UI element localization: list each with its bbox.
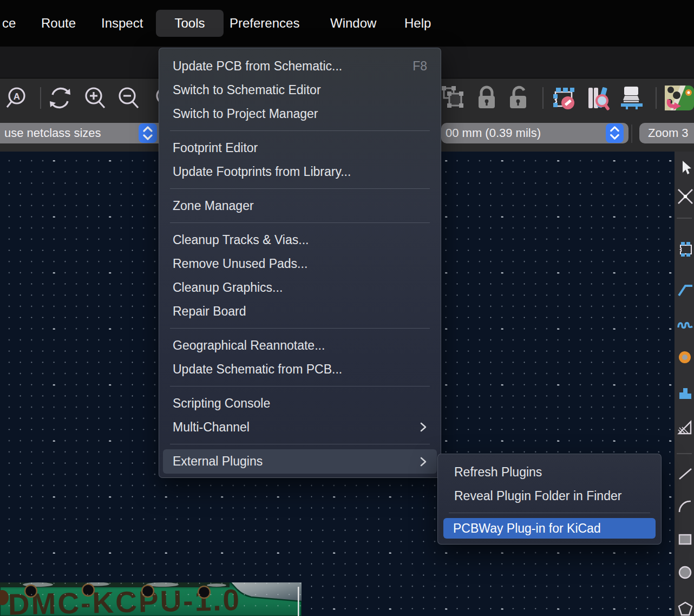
pcbway-route-icon[interactable] (665, 86, 694, 110)
tools-menu: Update PCB from Schematic... F8 Switch t… (159, 48, 441, 478)
highlight-net-icon[interactable] (677, 188, 693, 205)
menu-item-label: Switch to Project Manager (173, 107, 318, 121)
menu-separator (170, 188, 430, 189)
toolbar-separator (656, 87, 657, 109)
toolbar-separator (542, 87, 544, 109)
menu-item-label: Cleanup Graphics... (173, 280, 283, 295)
menu-item-update-schematic-from-pcb[interactable]: Update Schematic from PCB... (159, 357, 441, 381)
unlock-icon[interactable] (507, 86, 532, 110)
grid-size-value: 00 mm (0.39 mils) (446, 126, 541, 140)
menu-item-footprint-editor[interactable]: Footprint Editor (159, 136, 441, 160)
menu-item-switch-to-project-manager[interactable]: Switch to Project Manager (159, 102, 441, 126)
menu-item-label: Repair Board (173, 304, 246, 319)
pcb-reference-image: DMC-KCPU-1.0 (0, 582, 302, 616)
menu-item-label: Update Footprints from Library... (173, 165, 351, 179)
menu-item-cleanup-graphics[interactable]: Cleanup Graphics... (159, 276, 441, 299)
menu-item-label: Footprint Editor (173, 141, 258, 155)
menu-bar: ce Route Inspect Tools Preferences Windo… (0, 0, 694, 47)
menubar-item-tools[interactable]: Tools (156, 10, 224, 37)
menu-item-label: Refresh Plugins (454, 465, 542, 480)
menu-item-label: Multi-Channel (173, 420, 250, 435)
menu-item-label: Update Schematic from PCB... (173, 362, 342, 377)
submenu-item-reveal-plugin-folder[interactable]: Reveal Plugin Folder in Finder (438, 484, 661, 508)
menubar-item-window[interactable]: Window (330, 0, 376, 47)
lock-icon[interactable] (474, 86, 499, 110)
plot-icon[interactable] (620, 86, 645, 110)
route-track-icon[interactable] (677, 281, 693, 298)
footprint-editor-icon[interactable] (551, 86, 576, 110)
add-rule-area-icon[interactable] (677, 420, 693, 436)
menu-item-multi-channel[interactable]: Multi-Channel (159, 415, 441, 439)
toolbar-separator (677, 218, 692, 219)
submenu-item-refresh-plugins[interactable]: Refresh Plugins (438, 460, 661, 484)
group-items-icon[interactable] (441, 86, 466, 110)
menu-item-label: Scripting Console (173, 396, 270, 411)
menubar-item-place-partial[interactable]: ce (2, 0, 16, 47)
menu-item-label: Remove Unused Pads... (173, 257, 307, 271)
tune-length-icon[interactable] (677, 317, 693, 333)
menu-item-label: PCBWay Plug-in for KiCad (453, 521, 601, 536)
menu-item-external-plugins[interactable]: External Plugins (163, 449, 437, 474)
zoom-out-icon[interactable] (116, 86, 141, 110)
toolbar-separator (677, 453, 692, 454)
add-via-icon[interactable] (677, 349, 693, 365)
menu-separator (170, 444, 430, 444)
menubar-item-inspect[interactable]: Inspect (101, 0, 143, 47)
draw-arc-icon[interactable] (677, 498, 693, 514)
zoom-in-icon[interactable] (82, 86, 107, 110)
draw-polygon-icon[interactable] (677, 601, 693, 616)
track-width-stepper[interactable] (139, 123, 157, 143)
menubar-item-help[interactable]: Help (404, 0, 431, 47)
menu-separator (170, 222, 430, 223)
submenu-chevron-icon (420, 456, 427, 467)
menu-item-remove-unused-pads[interactable]: Remove Unused Pads... (159, 252, 441, 276)
draw-line-icon[interactable] (677, 466, 693, 482)
menu-item-label: External Plugins (173, 454, 263, 469)
menu-separator (170, 386, 430, 386)
external-plugins-submenu: Refresh Plugins Reveal Plugin Folder in … (437, 454, 662, 545)
menu-item-update-pcb-from-schematic[interactable]: Update PCB from Schematic... F8 (159, 54, 441, 78)
shortcut-label: F8 (413, 59, 427, 74)
menu-item-zone-manager[interactable]: Zone Manager (159, 194, 441, 218)
svg-text:A: A (14, 91, 20, 102)
zoom-level-value: Zoom 3 (648, 126, 689, 140)
draw-rectangle-icon[interactable] (677, 532, 693, 548)
menu-item-label: Reveal Plugin Folder in Finder (454, 489, 621, 503)
zoom-level-dropdown[interactable]: Zoom 3 (639, 123, 694, 143)
grid-size-stepper[interactable] (606, 123, 624, 143)
menubar-item-preferences[interactable]: Preferences (230, 0, 299, 47)
kicad-pcb-editor-window: ce Route Inspect Tools Preferences Windo… (0, 0, 694, 616)
submenu-item-pcbway-plugin[interactable]: PCBWay Plug-in for KiCad (443, 518, 656, 539)
footprint-library-browser-icon[interactable] (587, 86, 612, 110)
submenu-chevron-icon (420, 422, 427, 432)
draw-circle-icon[interactable] (677, 565, 693, 581)
track-width-value: use netclass sizes (4, 126, 101, 140)
menu-item-update-footprints-from-library[interactable]: Update Footprints from Library... (159, 160, 441, 184)
menu-item-label: Zone Manager (173, 199, 254, 213)
right-toolbar (675, 152, 694, 616)
menu-item-scripting-console[interactable]: Scripting Console (159, 391, 441, 415)
menu-item-label: Switch to Schematic Editor (173, 83, 321, 97)
menu-item-label: Geographical Reannotate... (173, 338, 325, 353)
menu-item-repair-board[interactable]: Repair Board (159, 299, 441, 323)
menu-item-switch-to-schematic-editor[interactable]: Switch to Schematic Editor (159, 78, 441, 102)
menu-separator (170, 130, 430, 131)
add-zone-icon[interactable] (677, 384, 693, 401)
select-cursor-icon[interactable] (677, 160, 693, 176)
refresh-view-icon[interactable] (48, 86, 73, 110)
add-footprint-icon[interactable] (677, 241, 693, 257)
menu-separator (449, 513, 650, 513)
zoom-to-selection-icon[interactable]: A (5, 86, 30, 110)
menu-item-cleanup-tracks-vias[interactable]: Cleanup Tracks & Vias... (159, 228, 441, 252)
menubar-item-route[interactable]: Route (41, 0, 76, 47)
menu-separator (170, 328, 430, 329)
grid-size-dropdown[interactable]: 00 mm (0.39 mils) (441, 123, 628, 143)
toolbar-separator (631, 124, 632, 143)
toolbar-separator (40, 87, 41, 109)
menu-item-label: Cleanup Tracks & Vias... (173, 233, 309, 247)
menu-item-label: Update PCB from Schematic... (173, 59, 342, 74)
menu-item-geographical-reannotate[interactable]: Geographical Reannotate... (159, 333, 441, 357)
